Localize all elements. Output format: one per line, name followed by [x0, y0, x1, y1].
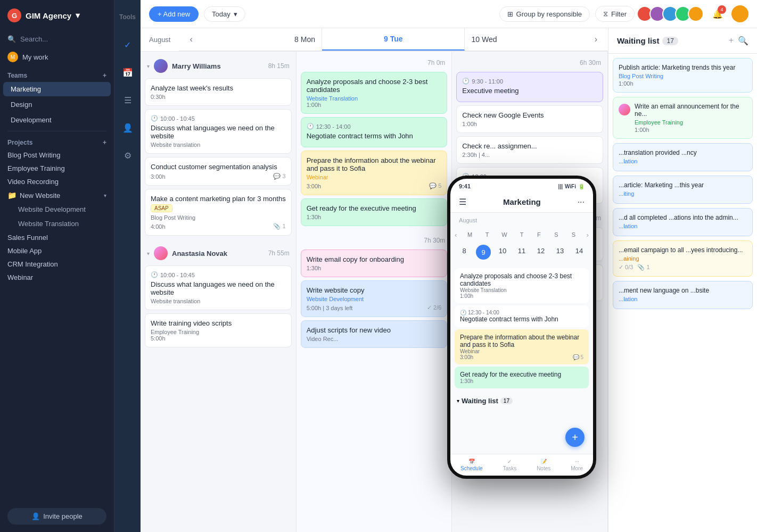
sidebar-item-blog-post-writing[interactable]: Blog Post Writing — [0, 148, 114, 162]
add-waiting-icon[interactable]: + — [729, 36, 734, 46]
mobile-date-9[interactable]: 9 — [474, 245, 493, 260]
mobile-nav-tasks[interactable]: ✓ Tasks — [503, 459, 517, 471]
mobile-nav-notes[interactable]: 📝 Notes — [537, 459, 550, 471]
mobile-nav-schedule[interactable]: 📅 Schedule — [460, 459, 483, 471]
add-project-icon[interactable]: + — [103, 139, 106, 146]
task-card[interactable]: Check re... assignmen... 2:30h | 4... — [456, 136, 603, 164]
list-icon[interactable]: ☰ — [119, 92, 136, 109]
mobile-task-card[interactable]: Analyze proposals and choose 2-3 best ca… — [455, 268, 589, 303]
schedule-icon: 📅 — [468, 459, 475, 464]
sidebar: G GIM Agency ▾ 🔍 Search... M My work Tea… — [0, 0, 114, 532]
sidebar-item-video-recording[interactable]: Video Recording — [0, 175, 114, 188]
today-button[interactable]: Today ▾ — [204, 6, 245, 22]
task-card[interactable]: Prepare the information about the webina… — [301, 151, 448, 195]
mobile-date-14[interactable]: 14 — [570, 245, 589, 260]
task-card[interactable]: Analyze last week's results 0:30h — [145, 78, 292, 106]
task-card[interactable]: Write email copy for onboarding 1:30h — [301, 250, 448, 277]
group-by-button[interactable]: ⊞ Group by responsible — [499, 6, 590, 22]
task-card[interactable]: Analyze proposals and choose 2-3 best ca… — [301, 72, 448, 114]
add-new-button[interactable]: + Add new — [149, 6, 199, 22]
sidebar-item-new-website[interactable]: 📁 New Website ▾ — [0, 188, 114, 202]
calendar-icon[interactable]: 📅 — [119, 64, 136, 81]
task-title: Analyze proposals and choose 2-3 best ca… — [307, 78, 442, 94]
task-card[interactable]: 🕐 10:00 - 10:45 Discuss what languages w… — [145, 109, 292, 154]
sidebar-item-crm-integration[interactable]: CRM Integration — [0, 257, 114, 271]
waiting-card[interactable]: Publish article: Marketing trends this y… — [613, 58, 753, 93]
filter-button[interactable]: ⧖ Filter — [595, 6, 635, 22]
task-card[interactable]: Make a content marketing plan for 3 mont… — [145, 189, 292, 236]
mobile-task-card[interactable]: Prepare the information about the webina… — [455, 329, 589, 364]
chevron-icon[interactable]: ▾ — [147, 63, 150, 69]
mobile-task-card[interactable]: 🕐 12:30 - 14:00 Negotiate contract terms… — [455, 305, 589, 327]
my-work-item[interactable]: M My work — [0, 47, 114, 66]
notification-button[interactable]: 🔔 4 — [709, 5, 726, 22]
task-card[interactable]: Get ready for the executive meeting 1:30… — [301, 198, 448, 226]
waiting-card[interactable]: ...email campaign to all ...yees introdu… — [613, 240, 753, 277]
invite-people-button[interactable]: 👤 Invite people — [7, 508, 106, 525]
mobile-date-12[interactable]: 12 — [531, 245, 550, 260]
add-team-icon[interactable]: + — [103, 72, 106, 79]
sidebar-item-webinar[interactable]: Webinar — [0, 271, 114, 284]
mobile-task-title: Analyze proposals and choose 2-3 best ca… — [460, 272, 583, 287]
sidebar-item-sales-funnel[interactable]: Sales Funnel — [0, 231, 114, 244]
sidebar-item-mobile-app[interactable]: Mobile App — [0, 244, 114, 257]
mobile-next-week[interactable]: › — [587, 231, 589, 239]
mobile-date-today[interactable]: 9 — [476, 245, 491, 260]
next-day-button[interactable]: › — [590, 32, 602, 46]
sidebar-item-design[interactable]: Design — [3, 97, 111, 112]
task-card[interactable]: Adjust scripts for new video Video Rec..… — [301, 320, 448, 348]
waiting-card-tag: Employee Training — [635, 119, 747, 126]
mobile-nav-more[interactable]: ··· More — [571, 459, 583, 471]
user-avatar[interactable] — [731, 5, 748, 22]
waiting-card[interactable]: ...article: Marketing ...this year ...it… — [613, 176, 753, 204]
prev-day-button[interactable]: ‹ — [185, 32, 196, 46]
task-card[interactable]: 🕐 10:00 - 10:45 Discuss what languages w… — [145, 265, 292, 310]
task-card[interactable]: 🕐 9:30 - 11:00 Executive meeting — [456, 72, 603, 102]
waiting-card-title: ...translation provided ...ncy — [619, 149, 747, 156]
sidebar-item-employee-training[interactable]: Employee Training — [0, 162, 114, 175]
waiting-card[interactable]: ...d all completed ...ations into the ad… — [613, 208, 753, 236]
sidebar-item-website-development[interactable]: Website Development — [3, 203, 111, 216]
clock-icon: 🕐 — [151, 271, 158, 278]
task-card[interactable]: Write website copy Website Development 5… — [301, 280, 448, 317]
mobile-week-nav: ‹ M T W T F S S › — [450, 226, 593, 244]
sidebar-item-marketing[interactable]: Marketing — [3, 82, 111, 96]
waiting-card-time: 1:00h — [635, 127, 747, 133]
mobile-date-11[interactable]: 11 — [512, 245, 531, 260]
person-icon[interactable]: 👤 — [119, 119, 136, 136]
mobile-signal: ||| WiFi 🔋 — [558, 184, 585, 189]
search-bar[interactable]: 🔍 Search... — [0, 31, 114, 47]
check-icon[interactable]: ✓ — [119, 36, 136, 53]
waiting-card-time: 1:00h — [619, 80, 747, 87]
sidebar-item-development[interactable]: Development — [3, 113, 111, 127]
mobile-date-8[interactable]: 8 — [455, 245, 474, 260]
waiting-card[interactable]: Write an email announcement for the ne..… — [613, 97, 753, 139]
mobile-date-10[interactable]: 10 — [493, 245, 512, 260]
task-card[interactable]: Check new Google Events 1:00h — [456, 105, 603, 133]
waiting-card[interactable]: ...ment new language on ...bsite ...lati… — [613, 281, 753, 309]
waiting-list-title: Waiting list — [617, 36, 659, 45]
marry-hours-wed-header: 6h 30m — [456, 56, 603, 70]
task-card[interactable]: Conduct customer segmentation analysis 3… — [145, 157, 292, 186]
mobile-waiting-chevron[interactable]: ▾ — [457, 398, 459, 404]
chevron-icon[interactable]: ▾ — [147, 251, 150, 256]
mobile-menu-icon[interactable]: ☰ — [459, 197, 466, 207]
task-title: Make a content marketing plan for 3 mont… — [151, 195, 286, 203]
waiting-card-title: Publish article: Marketing trends this y… — [619, 64, 747, 71]
search-waiting-icon[interactable]: 🔍 — [738, 36, 748, 46]
waiting-card[interactable]: ...translation provided ...ncy ...lation — [613, 143, 753, 171]
gear-icon[interactable]: ⚙ — [119, 147, 136, 164]
mobile-task-card[interactable]: Get ready for the executive meeting 1:30… — [455, 367, 589, 388]
app-logo[interactable]: G GIM Agency ▾ — [0, 0, 114, 31]
task-card[interactable]: Write training video scripts Employee Tr… — [145, 313, 292, 347]
mobile-task-time: 1:00h — [460, 293, 583, 299]
avatar-5[interactable] — [688, 6, 704, 22]
task-card[interactable]: 🕐 12:30 - 14:00 Negotiate contract terms… — [301, 117, 448, 147]
mobile-more-icon[interactable]: ··· — [578, 197, 585, 207]
tools-icon[interactable]: Tools — [119, 9, 136, 26]
mobile-date-13[interactable]: 13 — [550, 245, 570, 260]
task-duration: 1:00h — [307, 102, 442, 108]
task-duration: 3:00h — [151, 173, 166, 180]
mobile-fab-button[interactable]: + — [565, 428, 585, 447]
sidebar-item-website-translation[interactable]: Website Translation — [3, 217, 111, 230]
